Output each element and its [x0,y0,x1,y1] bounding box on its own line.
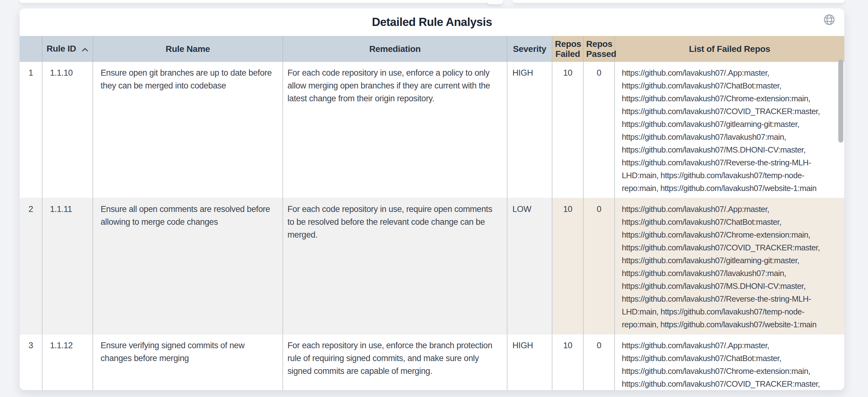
col-header-repos-passed[interactable]: Repos Passed [583,36,615,62]
cell-severity: HIGH [507,334,552,391]
globe-icon [823,14,835,26]
card-above-tab [487,0,503,4]
cell-rule-name: Ensure all open comments are resolved be… [93,198,283,334]
cell-failed-repos: https://github.com/lavakush07/.App:maste… [615,198,844,334]
table-row: 31.1.12Ensure verifying signed commits o… [20,334,844,391]
cell-severity: HIGH [507,62,552,198]
cell-rule-name: Ensure verifying signed commits of new c… [93,334,283,391]
cell-index: 3 [20,334,42,391]
cell-index: 2 [20,198,42,334]
detailed-rule-analysis-card: Detailed Rule Analysis Rule ID [20,8,844,390]
col-header-index [20,36,42,62]
vertical-scrollbar-thumb[interactable] [838,59,843,143]
cell-severity: LOW [507,198,552,334]
cell-rule-name: Ensure open git branches are up to date … [93,62,283,198]
cell-failed-repos: https://github.com/lavakush07/.App:maste… [615,334,844,391]
cell-rule-id: 1.1.11 [42,198,93,334]
cell-repos-failed: 10 [552,334,583,391]
cell-repos-passed: 0 [583,334,615,391]
col-header-rule-id[interactable]: Rule ID [42,36,93,62]
cell-rule-id: 1.1.10 [42,62,93,198]
card-above-left-edge [20,0,502,3]
rule-analysis-table: Rule ID Rule Name Remediation Severity R… [20,36,844,390]
col-header-failed-repos[interactable]: List of Failed Repos [615,36,844,62]
col-header-severity[interactable]: Severity [507,36,552,62]
col-header-rule-id-label: Rule ID [46,44,76,54]
col-header-remediation[interactable]: Remediation [283,36,507,62]
cell-remediation: For each code repository in use, enforce… [283,62,507,198]
table-body: 11.1.10Ensure open git branches are up t… [20,62,844,390]
cell-failed-repos: https://github.com/lavakush07/.App:maste… [615,62,844,198]
cell-index: 1 [20,62,42,198]
table-row: 21.1.11Ensure all open comments are reso… [20,198,844,334]
cell-repos-passed: 0 [583,198,615,334]
col-header-repos-failed[interactable]: Repos Failed [552,36,583,62]
cell-remediation: For each code repository in use, require… [283,198,507,334]
card-header: Detailed Rule Analysis [20,8,844,36]
col-header-rule-name[interactable]: Rule Name [93,36,283,62]
page-title: Detailed Rule Analysis [372,16,492,29]
globe-button[interactable] [823,13,836,27]
cell-remediation: For each repository in use, enforce the … [283,334,507,391]
table-header: Rule ID Rule Name Remediation Severity R… [20,36,844,62]
sort-ascending-icon [82,44,88,54]
cell-rule-id: 1.1.12 [42,334,93,391]
table-row: 11.1.10Ensure open git branches are up t… [20,62,844,198]
cell-repos-failed: 10 [552,62,583,198]
card-above-right-edge [513,0,844,3]
cell-repos-failed: 10 [552,198,583,334]
cell-repos-passed: 0 [583,62,615,198]
